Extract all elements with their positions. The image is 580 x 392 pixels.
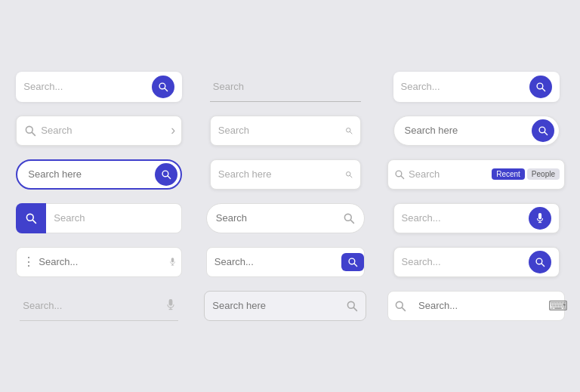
search-input-2[interactable]	[213, 81, 358, 92]
svg-line-15	[401, 176, 404, 179]
search-icon-18	[394, 300, 406, 312]
search-input-4[interactable]	[41, 125, 168, 136]
search-icon-5	[345, 125, 353, 137]
search-input-18[interactable]	[418, 300, 545, 311]
searchbar-15	[393, 247, 560, 277]
search-input-12[interactable]	[402, 212, 529, 224]
searchbar-17	[204, 291, 366, 321]
svg-line-7	[350, 131, 352, 134]
search-icon-8	[345, 168, 353, 181]
search-input-3[interactable]	[401, 81, 529, 92]
search-icon-3	[535, 82, 546, 92]
svg-line-9	[545, 132, 548, 135]
svg-line-36	[402, 307, 405, 310]
search-input-wrapper-10	[46, 203, 182, 233]
search-icon-10	[25, 212, 37, 224]
searchbar-3	[393, 72, 560, 102]
cell-17	[202, 291, 370, 321]
searchbar-11	[206, 203, 365, 233]
svg-rect-30	[169, 299, 173, 306]
search-input-6[interactable]	[405, 125, 532, 136]
mic-icon-16	[166, 299, 175, 311]
search-input-11[interactable]	[216, 212, 343, 224]
mic-icon-12	[535, 213, 545, 224]
search-button-3[interactable]	[529, 76, 552, 98]
searchbar-10	[16, 203, 182, 233]
cell-3	[387, 72, 565, 102]
search-button-15[interactable]	[529, 251, 551, 273]
cell-15	[387, 247, 565, 277]
search-input-14[interactable]	[214, 256, 341, 267]
keyboard-icon: ⌨	[548, 298, 568, 314]
search-input-9[interactable]	[409, 168, 489, 180]
search-button-6[interactable]	[532, 119, 554, 142]
searchbar-13: ⋮	[16, 247, 182, 277]
search-input-13[interactable]	[39, 256, 165, 267]
blue-square-icon	[16, 203, 46, 233]
search-icon-14	[347, 257, 358, 267]
svg-line-17	[33, 220, 36, 223]
cell-9: Recent People	[387, 159, 565, 190]
search-input-10[interactable]	[54, 212, 174, 224]
cell-16	[15, 291, 184, 321]
search-variants-grid: ›	[0, 54, 580, 339]
search-input-8[interactable]	[218, 168, 345, 180]
dots-icon: ⋮	[23, 255, 34, 269]
cell-10	[15, 203, 184, 233]
tag-people: People	[527, 168, 560, 180]
cell-8	[202, 159, 370, 190]
mic-icon-13	[170, 256, 175, 268]
cell-11	[202, 203, 370, 233]
chevron-down-icon: ›	[171, 122, 175, 138]
svg-line-19	[350, 220, 353, 223]
search-input-17[interactable]	[212, 300, 346, 311]
search-input-5[interactable]	[218, 125, 345, 136]
search-input-7[interactable]	[28, 168, 155, 180]
svg-rect-23	[171, 258, 174, 262]
searchbar-6	[393, 116, 560, 146]
svg-line-13	[350, 175, 352, 177]
svg-line-3	[542, 88, 545, 91]
searchbar-7	[16, 159, 182, 190]
svg-rect-20	[538, 213, 541, 219]
searchbar-2	[210, 72, 361, 102]
search-icon-9	[394, 169, 405, 180]
search-input-1[interactable]	[23, 81, 152, 92]
searchbar-9: Recent People	[387, 159, 565, 190]
searchbar-8	[210, 159, 361, 190]
mic-button-12[interactable]	[529, 207, 551, 230]
cell-13: ⋮	[15, 247, 184, 277]
cell-4: ›	[15, 116, 184, 146]
search-input-16[interactable]	[23, 300, 166, 311]
cell-7	[15, 159, 184, 190]
svg-line-29	[541, 264, 545, 267]
cell-14	[202, 247, 370, 277]
search-icon-15	[535, 257, 545, 267]
searchbar-14	[206, 247, 365, 277]
cell-6	[387, 116, 565, 146]
searchbar-16	[20, 291, 178, 321]
search-input-15[interactable]	[402, 256, 529, 267]
svg-line-11	[168, 176, 171, 179]
cell-2	[202, 72, 370, 102]
tag-recent: Recent	[492, 168, 525, 180]
search-icon	[158, 82, 168, 92]
search-icon-6	[538, 125, 548, 136]
searchbar-1	[16, 72, 182, 102]
svg-line-27	[354, 264, 357, 267]
cell-5	[202, 116, 370, 146]
searchbar-18: ⌨	[387, 291, 565, 321]
searchbar-12	[393, 203, 560, 233]
searchbar-4: ›	[16, 116, 182, 146]
search-button-7[interactable]	[155, 163, 177, 186]
cell-18: ⌨	[387, 291, 565, 321]
svg-line-1	[165, 88, 168, 91]
search-icon-17	[346, 300, 358, 312]
search-icon-4	[24, 125, 36, 137]
searchbar-5	[210, 116, 361, 146]
svg-line-34	[354, 307, 357, 310]
search-button-14[interactable]	[341, 253, 364, 271]
svg-line-5	[32, 132, 35, 135]
search-button-1[interactable]	[152, 76, 174, 98]
search-icon-7	[161, 169, 171, 180]
